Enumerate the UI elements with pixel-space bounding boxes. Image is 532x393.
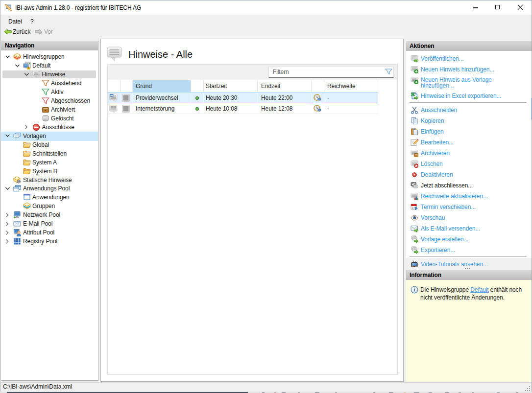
svg-text:17: 17	[412, 207, 415, 209]
